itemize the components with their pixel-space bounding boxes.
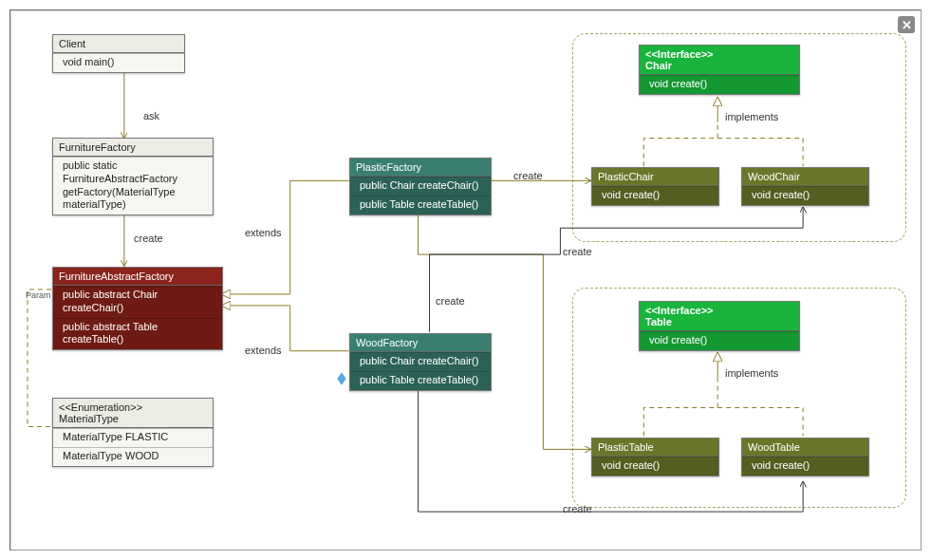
class-method: public Table createTable() (350, 371, 491, 390)
interface-table[interactable]: <<Interface>> Table void create() (639, 301, 800, 351)
class-method: public abstract Table createTable() (53, 318, 222, 350)
stereotype: <<Interface>> (645, 305, 793, 316)
diagram-canvas: ✕ Cli (9, 9, 922, 551)
enum-value: MaterialType WOOD (53, 447, 213, 466)
class-plastic-factory[interactable]: PlasticFactory public Chair createChair(… (349, 158, 492, 215)
class-method: public Chair createChair() (350, 177, 491, 196)
class-name: MaterialType (59, 413, 207, 424)
class-method: void create() (592, 186, 718, 205)
class-header: WoodTable (742, 439, 868, 457)
close-icon: ✕ (902, 18, 912, 32)
class-header: PlasticChair (592, 168, 718, 186)
class-method: public abstract Chair createChair() (53, 286, 222, 318)
class-header: <<Enumeration>> MaterialType (53, 399, 213, 428)
class-method: public Chair createChair() (350, 352, 491, 371)
class-header: FurnitureAbstractFactory (53, 268, 222, 286)
class-header: Client (53, 35, 184, 53)
enum-value: MaterialType FLASTIC (53, 428, 213, 447)
edge-label-create: create (563, 503, 592, 514)
edge-label-implements: implements (725, 111, 778, 122)
edge-label-create: create (436, 295, 465, 307)
edge-label-create: create (563, 246, 592, 257)
class-header: <<Interface>> Table (640, 302, 799, 331)
class-method: void create() (640, 331, 799, 350)
class-name: Chair (645, 60, 793, 71)
stereotype: <<Enumeration>> (59, 401, 207, 413)
class-method: public Table createTable() (350, 196, 491, 215)
class-method: void create() (592, 457, 718, 476)
class-furniture-factory[interactable]: FurnitureFactory public static Furniture… (52, 138, 214, 215)
class-material-type[interactable]: <<Enumeration>> MaterialType MaterialTyp… (52, 398, 214, 467)
class-method: public static FurnitureAbstractFactory g… (53, 157, 213, 215)
edge-label-implements: implements (725, 367, 778, 379)
class-wood-table[interactable]: WoodTable void create() (741, 438, 869, 476)
selection-marker-icon (337, 372, 345, 384)
class-plastic-chair[interactable]: PlasticChair void create() (591, 167, 719, 206)
class-plastic-table[interactable]: PlasticTable void create() (591, 438, 719, 476)
class-wood-chair[interactable]: WoodChair void create() (741, 167, 869, 206)
class-header: FurnitureFactory (53, 139, 213, 157)
class-header: <<Interface>> Chair (640, 46, 799, 75)
class-client[interactable]: Client void main() (52, 34, 185, 73)
class-name: Table (645, 316, 793, 327)
edge-label-extends: extends (245, 227, 282, 238)
class-header: WoodChair (742, 168, 868, 186)
class-header: PlasticTable (592, 439, 718, 457)
class-header: PlasticFactory (350, 159, 491, 177)
class-wood-factory[interactable]: WoodFactory public Chair createChair() p… (349, 333, 492, 391)
class-method: void main() (53, 53, 184, 72)
close-button[interactable]: ✕ (898, 16, 915, 33)
edge-label-create: create (513, 170, 543, 181)
edge-label-param: Param (26, 290, 51, 300)
class-method: void create() (742, 457, 868, 476)
class-header: WoodFactory (350, 334, 491, 352)
edge-label-create: create (134, 233, 163, 244)
class-method: void create() (640, 75, 799, 94)
class-method: void create() (742, 186, 868, 205)
interface-chair[interactable]: <<Interface>> Chair void create() (639, 45, 800, 95)
edge-label-extends: extends (245, 345, 282, 356)
edge-label-ask: ask (143, 110, 159, 121)
stereotype: <<Interface>> (645, 48, 793, 60)
class-furniture-abstract-factory[interactable]: FurnitureAbstractFactory public abstract… (52, 267, 223, 350)
